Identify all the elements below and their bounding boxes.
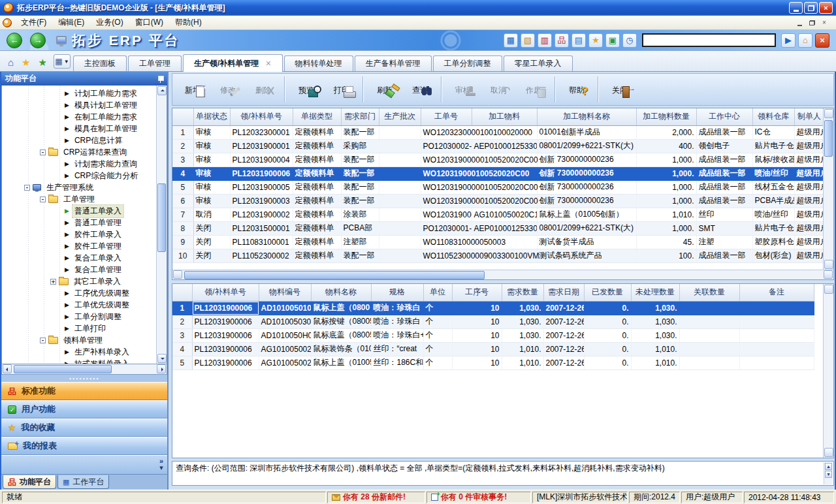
tree-item-计划工单能力需求[interactable]: ▶计划工单能力需求 [2, 87, 156, 99]
grid-cell[interactable]: 装配一部 [341, 180, 379, 194]
grid-cell[interactable]: 包材(彩盒) [752, 249, 794, 262]
tree-item-生产管理系统[interactable]: -生产管理系统 [2, 181, 156, 193]
grid-cell[interactable]: 个 [423, 356, 452, 370]
grid-cell[interactable]: AD1010050100 [259, 301, 311, 315]
grid-cell[interactable]: 注塑 [696, 235, 752, 249]
column-header[interactable]: 生产批次 [379, 108, 421, 125]
grid-cell[interactable]: 超级用户 [794, 235, 824, 249]
menu-item[interactable]: 业务(O) [90, 16, 129, 28]
grid-cell[interactable]: 审核 [193, 153, 230, 166]
tab-生产备料单管理[interactable]: 生产备料单管理 [355, 55, 432, 71]
grid-cell[interactable]: 10 [452, 328, 502, 342]
tree-item-label[interactable]: 普通工单录入 [72, 205, 123, 217]
grid-cell[interactable]: 贴片电子仓 [752, 221, 794, 235]
tree-item-在制工单能力需求[interactable]: ▶在制工单能力需求 [2, 111, 156, 123]
status-audit[interactable]: 你有 0 件审核事务! [426, 492, 531, 503]
sidebar-tab-功能平台[interactable]: 品功能平台 [3, 475, 56, 489]
grid-cell[interactable] [379, 249, 421, 262]
grid-cell[interactable] [679, 342, 739, 356]
tab-工单分割调整[interactable]: 工单分割调整 [433, 55, 502, 71]
grid-cell[interactable]: AG1010050020C10 [472, 208, 537, 221]
grid-cell[interactable]: 超级用户 [794, 208, 824, 221]
back-button[interactable]: ← [7, 33, 22, 48]
tree-item-领料单管理[interactable]: -领料单管理 [2, 334, 156, 346]
grid-cell[interactable]: 0. [584, 301, 631, 315]
grid-cell[interactable]: WO110523000009003300100VM [421, 249, 472, 262]
grid-cell[interactable]: 2007-12-26 [543, 342, 584, 356]
grid-cell[interactable]: 测试条码系统产品 [537, 249, 636, 262]
grid-cell[interactable]: 成品组装一部 [696, 180, 752, 194]
tree-item-工单优先级调整[interactable]: ▶工单优先级调整 [2, 299, 156, 311]
grid-cell[interactable]: 08001/2099+6221-STK(大) [537, 139, 636, 153]
tree-item-复合工单录入[interactable]: ▶复合工单录入 [2, 252, 156, 264]
grid-cell[interactable] [739, 356, 814, 370]
pin-icon[interactable] [157, 75, 163, 83]
tree-item-模具在制工单管理[interactable]: ▶模具在制工单管理 [2, 123, 156, 134]
query-scrollbar[interactable]: ▲ ▼ [824, 462, 833, 484]
folder-up-icon[interactable]: ▧ [521, 33, 535, 48]
grid-cell[interactable]: 2 [172, 315, 192, 328]
grid-cell[interactable]: 装配一部 [341, 249, 379, 262]
mdi-minimize-button[interactable] [794, 18, 805, 27]
grid-cell[interactable]: 7 [172, 208, 193, 221]
grid-cell[interactable] [379, 235, 421, 249]
grid-cell[interactable]: 超级用户 [794, 153, 824, 166]
grid-cell[interactable]: 涂装部 [341, 208, 379, 221]
tree-item-label[interactable]: 拉式发料单录入 [72, 358, 131, 365]
tree-item-模具计划工单管理[interactable]: ▶模具计划工单管理 [2, 99, 156, 111]
grid-cell[interactable]: PL12031900006 [192, 301, 259, 315]
grid-cell[interactable]: 10 [452, 301, 502, 315]
grid-cell[interactable]: PL12031900001 [230, 139, 293, 153]
grid-cell[interactable]: 成品组装一部 [696, 194, 752, 208]
grid-cell[interactable]: 成品组装一部 [696, 249, 752, 262]
panel-button-用户功能[interactable]: ✓用户功能 [1, 400, 167, 418]
sidebar-tab-工作平台[interactable]: ▦工作平台 [57, 475, 109, 489]
grid-cell[interactable]: 审核 [193, 139, 230, 153]
grid-cell[interactable]: 定额领料单 [293, 125, 341, 139]
scroll-right-icon[interactable] [824, 270, 833, 279]
column-header[interactable]: 制单人 [794, 108, 824, 125]
grid-cell[interactable]: WO12031900000100520020C00 [421, 194, 472, 208]
tree-item-普通工单管理[interactable]: ▶普通工单管理 [2, 217, 156, 228]
column-header[interactable]: 未处理数量 [631, 284, 679, 301]
column-header[interactable]: 规格 [371, 284, 423, 301]
column-header[interactable]: 工单号 [421, 108, 472, 125]
tree-item-胶件工单录入[interactable]: ▶胶件工单录入 [2, 228, 156, 240]
grid-cell[interactable]: 领创电子 [696, 139, 752, 153]
tree-item-工单分割调整[interactable]: ▶工单分割调整 [2, 311, 156, 323]
expand-toggle-icon[interactable]: - [40, 197, 46, 202]
grid-cell[interactable]: 45. [636, 235, 696, 249]
grid-cell[interactable]: WO1203190000 [421, 208, 472, 221]
grid-cell[interactable]: 1,030. [631, 315, 679, 328]
grid-cell[interactable]: 关闭 [193, 249, 230, 262]
column-header[interactable]: 物料编号 [259, 284, 311, 301]
打印-button[interactable]: 打印 [324, 84, 359, 96]
grid-cell[interactable]: 定额领料单 [293, 194, 341, 208]
grid-cell[interactable]: WO1108310000050003 [421, 235, 472, 249]
grid-cell[interactable]: 创新 7300000000236 [537, 153, 636, 166]
tree-item-复合工单管理[interactable]: ▶复合工单管理 [2, 264, 156, 276]
panel-overflow-button[interactable]: »▾ [159, 458, 163, 471]
scroll-down-icon[interactable] [157, 354, 167, 363]
grid-cell[interactable]: WO1203230000100100020000 [421, 125, 472, 139]
grid-cell[interactable]: PL12031500001 [230, 221, 293, 235]
grid-cell[interactable]: 1,000. [636, 153, 696, 166]
grid-cell[interactable]: PL12031900006 [192, 328, 259, 342]
grid-cell[interactable]: 超级用户 [794, 139, 824, 153]
grid-cell[interactable]: AG1010050020 [259, 356, 311, 370]
grid-cell[interactable]: 1,030. [502, 301, 543, 315]
grid-icon[interactable]: ▦ [504, 33, 518, 48]
grid-cell[interactable]: 6 [172, 194, 193, 208]
grid-cell[interactable]: 贴片电子仓 [752, 139, 794, 153]
grid-cell[interactable]: 鼠标上盖（01005 [311, 356, 371, 370]
column-header[interactable] [172, 284, 192, 301]
tree-item-label[interactable]: 复合工单管理 [72, 264, 123, 276]
add-favorite-icon[interactable]: ★ [39, 57, 47, 67]
scroll-thumb[interactable] [824, 120, 833, 157]
tree-item-label[interactable]: 生产管理系统 [44, 181, 95, 194]
grid-cell[interactable]: 1 [172, 125, 193, 139]
close-tab-icon[interactable]: ✕ [265, 59, 271, 68]
grid-cell[interactable]: 成品组装一部 [696, 125, 752, 139]
grid-cell[interactable]: 关闭 [193, 235, 230, 249]
tree-item-label[interactable]: 工单打印 [72, 323, 108, 335]
